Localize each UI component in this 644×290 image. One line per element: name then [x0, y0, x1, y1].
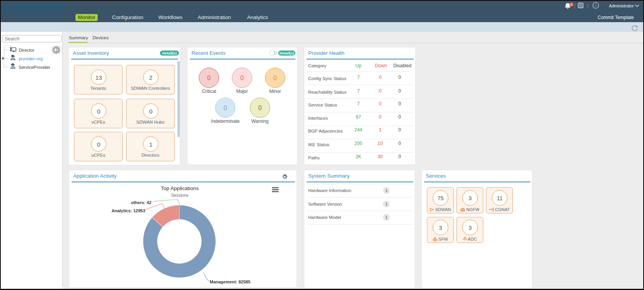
svg-text:others: 42: others: 42	[131, 200, 151, 205]
svg-text:i: i	[595, 3, 597, 8]
svg-text:Management: 82585: Management: 82585	[210, 280, 251, 284]
svg-text:Analytics: 12953: Analytics: 12953	[112, 208, 145, 213]
svg-text:0: 0	[570, 3, 572, 7]
